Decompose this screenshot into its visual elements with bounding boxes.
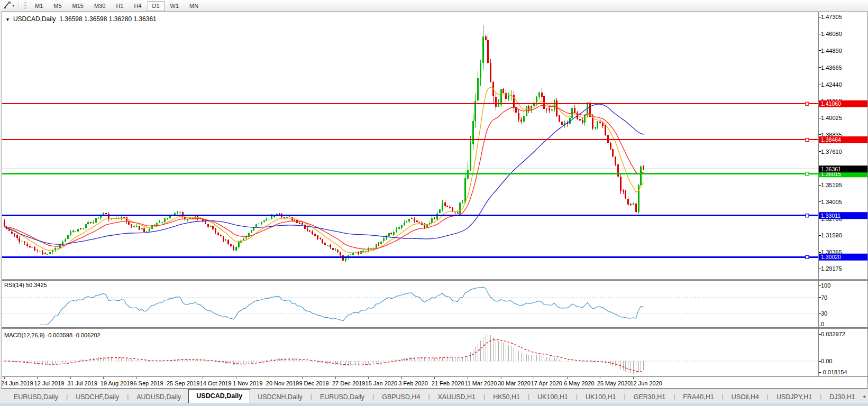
tab-dj30-h1-15[interactable]: DJ30,H1	[822, 391, 863, 403]
svg-text:1.33011: 1.33011	[821, 213, 840, 219]
tab-usoil-h4-13[interactable]: USOil,H4	[724, 391, 766, 403]
svg-text:1.41060: 1.41060	[821, 100, 841, 107]
hline-handle	[806, 102, 809, 105]
svg-text:31 Jul 2019: 31 Jul 2019	[67, 380, 97, 386]
tab-ger30-h1-11[interactable]: GER30,H1	[626, 391, 673, 403]
toolbar-grip[interactable]	[24, 2, 26, 10]
hline-handle	[806, 138, 809, 141]
tab-uk100-h1-9[interactable]: UK100,H1	[530, 391, 575, 403]
timeframe-button-m1[interactable]: M1	[30, 1, 48, 11]
tab-eurusd-daily-5[interactable]: EURUSD,Daily	[313, 391, 372, 403]
svg-text:24 Jun 2019: 24 Jun 2019	[1, 380, 33, 386]
hline-handle	[806, 255, 809, 259]
svg-text:1.40025: 1.40025	[821, 115, 842, 121]
tab-gbpusd-h4-6[interactable]: GBPUSD,H4	[374, 391, 427, 403]
svg-text:12 Jun 2020: 12 Jun 2020	[630, 380, 662, 386]
svg-text:1.29175: 1.29175	[821, 265, 842, 272]
svg-text:12 Jul 2019: 12 Jul 2019	[34, 380, 65, 386]
svg-text:0.032972: 0.032972	[821, 331, 845, 337]
chart-tabs: EURUSD,Daily|USDCHF,Daily|AUDUSD,DailyUS…	[6, 389, 863, 403]
chart-symbol: USDCAD,Daily	[13, 15, 56, 23]
status-strip	[0, 403, 868, 406]
svg-text:21 Feb 2020: 21 Feb 2020	[432, 380, 464, 386]
tab-audusd-daily-2[interactable]: AUDUSD,Daily	[129, 391, 188, 403]
dropdown-caret-icon[interactable]: ▾	[12, 4, 14, 8]
svg-text:-0.018154: -0.018154	[821, 369, 847, 375]
svg-text:0: 0	[821, 321, 824, 327]
tab-hk50-h1-8[interactable]: HK50,H1	[486, 391, 527, 403]
svg-text:1.35195: 1.35195	[821, 182, 842, 188]
svg-text:30: 30	[821, 310, 827, 317]
timeframe-button-m15[interactable]: M15	[68, 1, 88, 11]
chart-ohlc: 1.36598 1.36598 1.36280 1.36361	[59, 15, 157, 23]
hline-handle	[806, 214, 809, 217]
svg-text:30 Mar 2020: 30 Mar 2020	[498, 380, 531, 386]
draw-tool-button[interactable]: ▾	[2, 1, 16, 11]
chart-window[interactable]: 1.473051.460801.448901.436651.424401.412…	[0, 12, 868, 389]
svg-text:17 Apr 2020: 17 Apr 2020	[531, 380, 562, 386]
hline-handle	[806, 172, 809, 176]
svg-text:0.00: 0.00	[821, 358, 832, 364]
timeframe-button-h1[interactable]: H1	[111, 1, 128, 11]
timeframe-button-d1[interactable]: D1	[148, 1, 165, 11]
svg-text:1.37610: 1.37610	[821, 149, 842, 155]
svg-text:11 Mar 2020: 11 Mar 2020	[464, 380, 497, 386]
tabs-scroll-left-icon[interactable]: ◂	[863, 393, 865, 399]
chart-background	[2, 12, 867, 388]
tab-xauusd-h1-7[interactable]: XAUUSD,H1	[431, 391, 483, 403]
timeframe-button-h4[interactable]: H4	[129, 1, 146, 11]
svg-text:1.31590: 1.31590	[821, 232, 842, 238]
timeframe-button-w1[interactable]: W1	[166, 1, 184, 11]
svg-text:19 Aug 2019: 19 Aug 2019	[100, 380, 133, 386]
tab-usdjpy-h1-14[interactable]: USDJPY,H1	[769, 391, 819, 403]
svg-text:14 Oct 2019: 14 Oct 2019	[200, 380, 232, 386]
svg-text:1 Nov 2019: 1 Nov 2019	[233, 380, 262, 386]
tab-usdcad-daily-3[interactable]: USDCAD,Daily	[188, 389, 250, 403]
svg-text:25 May 2020: 25 May 2020	[597, 380, 631, 386]
current-price-badge: 1.36361	[819, 165, 867, 172]
timeframe-button-m30[interactable]: M30	[89, 1, 110, 11]
chart-tab-bar: EURUSD,Daily|USDCHF,Daily|AUDUSD,DailyUS…	[0, 389, 868, 403]
timeframe-group: M1M5M15M30H1H4D1W1MN	[30, 1, 204, 11]
svg-text:1.34005: 1.34005	[821, 199, 842, 205]
macd-indicator-label: MACD(12,26,9) -0.003598 -0.006202	[4, 332, 100, 338]
svg-text:3 Feb 2020: 3 Feb 2020	[398, 380, 428, 386]
top-toolbar: ▾ M1M5M15M30H1H4D1W1MN	[0, 0, 868, 12]
tab-uk100-h1-10[interactable]: UK100,H1	[578, 391, 624, 403]
svg-text:20 Nov 2019: 20 Nov 2019	[266, 380, 299, 386]
toolbar-separator	[19, 2, 20, 10]
svg-text:1.43665: 1.43665	[821, 64, 842, 71]
svg-text:6 Sep 2019: 6 Sep 2019	[133, 380, 163, 386]
svg-text:1.36361: 1.36361	[821, 166, 841, 172]
timeframe-button-mn[interactable]: MN	[185, 1, 203, 11]
svg-text:25 Sep 2019: 25 Sep 2019	[167, 380, 199, 386]
svg-text:1.42440: 1.42440	[821, 81, 842, 88]
svg-text:100: 100	[821, 282, 830, 289]
title-caret-icon[interactable]: ▼	[5, 17, 10, 22]
tab-usdcnh-daily-4[interactable]: USDCNH,Daily	[250, 391, 310, 403]
tab-eurusd-daily-0[interactable]: EURUSD,Daily	[6, 391, 66, 403]
svg-text:1.47305: 1.47305	[821, 14, 842, 20]
timeframe-button-m5[interactable]: M5	[49, 1, 66, 11]
chart-canvas[interactable]: 1.473051.460801.448901.436651.424401.412…	[0, 12, 868, 389]
svg-text:1.44890: 1.44890	[821, 48, 842, 54]
rsi-indicator-label: RSI(14) 50.3425	[4, 282, 47, 288]
svg-text:1.30020: 1.30020	[821, 254, 841, 260]
svg-text:70: 70	[821, 294, 827, 301]
svg-text:15 Jan 2020: 15 Jan 2020	[366, 380, 398, 386]
svg-text:9 Dec 2019: 9 Dec 2019	[299, 380, 328, 386]
svg-text:1.46080: 1.46080	[821, 31, 842, 37]
svg-text:6 May 2020: 6 May 2020	[564, 380, 594, 386]
svg-text:1.38464: 1.38464	[821, 136, 841, 143]
chart-title: ▼USDCAD,Daily 1.36598 1.36598 1.36280 1.…	[5, 15, 157, 23]
draw-tool-icon	[4, 1, 11, 11]
svg-text:27 Dec 2019: 27 Dec 2019	[332, 380, 365, 386]
tab-usdchf-daily-1[interactable]: USDCHF,Daily	[68, 391, 126, 403]
tab-fra40-h1-12[interactable]: FRA40,H1	[675, 391, 721, 403]
